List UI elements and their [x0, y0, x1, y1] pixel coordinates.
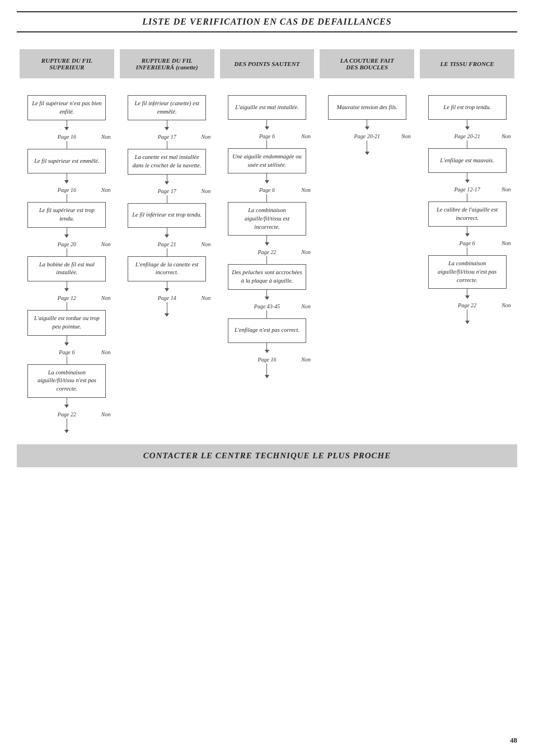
node-box: La combinaison aiguille/fil/tissu n'est …: [428, 255, 507, 289]
page-ref: Page 20-21: [454, 133, 480, 139]
node-box: La bobine de fil est mal installée.: [27, 256, 106, 281]
node-box: L'enfilage de la canette est incorrect.: [128, 256, 206, 281]
connector: [167, 228, 167, 234]
connector: [467, 289, 467, 295]
flow-item: La canette est mal installée dans le cro…: [128, 149, 206, 195]
page-ref: Page 22: [257, 249, 276, 255]
flow-item: Le fil est trop tendu. Page 20-21 Non: [428, 95, 507, 140]
page-row: Page 16 Non: [27, 134, 106, 140]
arrow: [365, 152, 369, 155]
node-box: L'aiguille est mal installée.: [228, 95, 306, 120]
page-ref: Page 16: [58, 187, 76, 193]
arrow: [465, 321, 470, 324]
flow-item: Le calibre de l'aiguille est incorrect. …: [428, 201, 507, 247]
arrow: [64, 180, 69, 184]
arrow: [365, 126, 369, 130]
flow-item: L'enfilage n'est pas correct. Page 16 No…: [228, 318, 306, 364]
column-1: RUPTURE DU FILSUPERIEUR Le fil supérieur…: [17, 49, 117, 433]
node-box: La canette est mal installée dans le cro…: [128, 149, 206, 174]
page-row: Page 20 Non: [27, 241, 106, 247]
connector: [367, 140, 367, 152]
connector: [266, 364, 267, 375]
arrow: [64, 430, 69, 433]
non-label: Non: [101, 349, 111, 355]
node-box: Des peluches sont accrochées à la plaque…: [228, 264, 306, 289]
column-4: LA COUTURE FAITDES BOUCLES Mauvaise tens…: [317, 49, 417, 155]
arrow: [465, 295, 470, 299]
page-ref: Page 22: [458, 302, 476, 308]
page-ref: Page 21: [158, 241, 176, 247]
non-label: Non: [101, 134, 111, 140]
connector: [67, 336, 67, 342]
connector: [67, 281, 67, 288]
arrow: [165, 288, 169, 292]
connector: [467, 140, 467, 148]
connector: [467, 120, 467, 126]
flow-item: Le fil supérieur est emmêlé. Page 16 Non: [27, 149, 106, 194]
page-title: LISTE DE VERIFICATION EN CAS DE DEFAILLA…: [17, 11, 517, 32]
page-row: Page 20-21 Non: [428, 133, 507, 139]
page-ref: Page 22: [58, 411, 76, 417]
non-label: Non: [101, 187, 111, 193]
node-box: L'aiguille est tordue ou trop peu pointu…: [27, 310, 106, 335]
connector: [67, 141, 67, 149]
connector: [67, 173, 67, 180]
connector: [266, 173, 267, 180]
connector: [67, 419, 67, 430]
non-label: Non: [301, 356, 311, 363]
connector: [266, 194, 267, 202]
arrow: [465, 180, 470, 183]
page-row: Page 21 Non: [128, 241, 206, 247]
connector: [67, 194, 67, 202]
connector: [266, 256, 267, 264]
connector: [67, 302, 67, 310]
non-label: Non: [502, 186, 511, 192]
non-label: Non: [202, 241, 211, 247]
arrow: [64, 234, 69, 238]
flow-item: L'enfilage de la canette est incorrect. …: [128, 256, 206, 302]
non-label: Non: [202, 188, 211, 194]
non-label: Non: [301, 133, 311, 139]
flow-item: L'aiguille est mal installée. Page 6 Non: [228, 95, 306, 140]
arrow: [64, 127, 69, 130]
connector: [167, 120, 167, 127]
connector: [67, 398, 67, 405]
col-header-5: LE TISSU FRONCE: [420, 49, 514, 78]
col-header-1: RUPTURE DU FILSUPERIEUR: [20, 49, 114, 78]
node-box: Le fil supérieur est trop tendu.: [27, 202, 106, 227]
flow-item: La bobine de fil est mal installée. Page…: [27, 256, 106, 302]
non-label: Non: [502, 240, 511, 246]
page-ref: Page 6: [460, 240, 475, 246]
page-row: Page 6 Non: [228, 133, 306, 139]
connector: [266, 290, 267, 297]
column-5: LE TISSU FRONCE Le fil est trop tendu. P…: [417, 49, 517, 324]
connector: [67, 228, 67, 234]
page-row: Page 22 Non: [428, 302, 507, 308]
flow-item: L'aiguille est tordue ou trop peu pointu…: [27, 310, 106, 356]
page-row: Page 6 Non: [27, 349, 106, 355]
page-row: Page 20-21 Non: [328, 133, 406, 139]
col-header-4: LA COUTURE FAITDES BOUCLES: [320, 49, 414, 78]
col-header-3: DES POINTS SAUTENT: [220, 49, 315, 78]
flow-item: Des peluches sont accrochées à la plaque…: [228, 264, 306, 310]
flowchart: RUPTURE DU FILSUPERIEUR Le fil supérieur…: [17, 49, 517, 433]
connector: [67, 356, 67, 364]
page-row: Page 16 Non: [27, 187, 106, 193]
arrow: [265, 297, 269, 300]
node-box: Le calibre de l'aiguille est incorrect.: [428, 201, 507, 227]
node-box: Le fil supérieur n'est pas bien enfilé.: [27, 95, 106, 120]
flow-item: Le fil supérieur n'est pas bien enfilé. …: [27, 95, 106, 141]
arrow: [64, 342, 69, 346]
node-box: L'enfilage n'est pas correct.: [228, 318, 306, 343]
page-ref: Page 43-45: [254, 303, 280, 309]
page-number: 48: [510, 736, 517, 745]
page-row: Page 43-45 Non: [228, 303, 306, 309]
arrow: [265, 375, 269, 378]
non-label: Non: [101, 295, 111, 301]
connector: [266, 343, 267, 350]
page-row: Page 17 Non: [128, 188, 206, 194]
connector: [67, 120, 67, 127]
node-box: Une aiguille endommagée ou usée est util…: [228, 148, 306, 173]
non-label: Non: [202, 134, 211, 140]
connector: [467, 194, 467, 201]
